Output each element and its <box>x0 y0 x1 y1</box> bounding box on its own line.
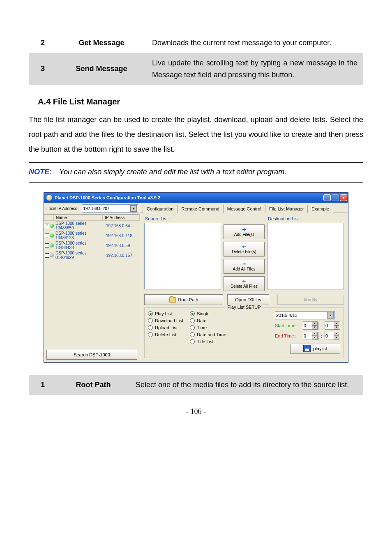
device-row[interactable]: DSP-1000 series 10485859 192.168.0.64 <box>44 221 140 231</box>
spin-value: 0 <box>304 323 306 328</box>
device-row[interactable]: DSP-1000 series 10486438 192.168.0.59 <box>44 240 140 250</box>
end-hour-spin[interactable]: 0 ▲▼ <box>303 332 318 340</box>
spin-down-icon[interactable]: ▼ <box>312 336 318 340</box>
start-hour-spin[interactable]: 0 ▲▼ <box>303 321 318 330</box>
root-path-label: Root Path <box>178 297 198 302</box>
device-name: DSP-1000 series 01404929 <box>54 251 106 260</box>
radio-uploadlist[interactable] <box>148 325 153 330</box>
radio-downloadlist[interactable] <box>148 318 153 323</box>
radio-titlelist[interactable] <box>190 339 195 344</box>
search-button[interactable]: Search DSP-1000 <box>46 350 137 360</box>
spin-down-icon[interactable]: ▼ <box>312 326 318 330</box>
spin-up-icon[interactable]: ▲ <box>334 332 339 336</box>
right-panel: Configuration Remote Command Message Con… <box>140 203 348 362</box>
radio-deletelist-label: Delete List <box>155 332 176 337</box>
device-ip: 192.168.0.118 <box>106 233 139 238</box>
spin-down-icon[interactable]: ▼ <box>334 336 339 340</box>
start-min-spin[interactable]: 0 ▲▼ <box>325 321 340 330</box>
radio-titlelist-label: Title List <box>197 339 214 344</box>
spin-down-icon[interactable]: ▼ <box>334 326 339 330</box>
add-files-button[interactable]: ➔ Add File(s) <box>224 224 265 239</box>
row2-num: 2 <box>29 33 57 53</box>
rootpath-table: 1 Root Path Select one of the media file… <box>29 375 363 395</box>
checkbox-icon[interactable] <box>45 253 49 258</box>
radio-datetime-label: Date and Time <box>197 332 226 337</box>
tab-remote-command[interactable]: Remote Command <box>177 205 223 213</box>
spin-up-icon[interactable]: ▲ <box>312 332 318 336</box>
row3-num: 3 <box>29 53 57 85</box>
arrow-left-icon: ➔ <box>242 244 246 249</box>
source-list[interactable] <box>144 223 221 289</box>
spin-up-icon[interactable]: ▲ <box>334 321 339 326</box>
radio-single[interactable] <box>190 311 195 316</box>
close-button[interactable]: × <box>340 194 347 201</box>
status-dot-icon <box>50 253 54 257</box>
radio-date-label: Date <box>197 318 206 323</box>
save-list-button[interactable]: play.lst <box>290 344 340 354</box>
checkbox-icon[interactable] <box>45 224 49 228</box>
delete-all-files-button[interactable]: ➔ Delete All Files <box>224 276 265 291</box>
modify-button[interactable]: Modify <box>277 295 344 305</box>
add-all-files-button[interactable]: ➔ Add All Files <box>224 259 265 274</box>
bottom-row1-desc: Select one of the media files to add its… <box>130 375 363 395</box>
status-dot-icon <box>50 224 54 228</box>
local-ip-dropdown[interactable]: 192.168.0.207 ▼ <box>82 204 138 213</box>
destination-list-label: Destination List : <box>268 216 344 221</box>
page-number: - 106 - <box>29 407 363 416</box>
device-ip: 192.168.0.157 <box>106 253 139 258</box>
arrow-right-icon: ➔ <box>242 227 246 232</box>
note-text: You can also simply create and edit the … <box>59 166 363 178</box>
col-ip: IP Address <box>103 215 140 221</box>
device-name: DSP-1000 series 10486128 <box>54 231 106 240</box>
date-value: 2010/ 4/13 <box>276 313 297 318</box>
end-min-spin[interactable]: 0 ▲▼ <box>325 332 340 340</box>
tab-strip: Configuration Remote Command Message Con… <box>140 203 348 213</box>
device-row[interactable]: DSP-1000 series 10486128 192.168.0.118 <box>44 231 140 240</box>
time-colon: : <box>321 333 322 338</box>
date-dropdown[interactable]: 2010/ 4/13 ▼ <box>275 311 335 319</box>
status-dot-icon <box>50 233 54 238</box>
titlebar: Planet DSP-1000 Series Configuration Too… <box>44 193 348 203</box>
radio-time-label: Time <box>197 325 207 330</box>
list-type-radios: Play List Download List Upload List Dele… <box>148 311 183 354</box>
destination-list[interactable] <box>267 223 344 289</box>
modify-label: Modify <box>304 297 317 302</box>
tab-message-control[interactable]: Message Control <box>223 205 265 213</box>
local-ip-value: 192.168.0.207 <box>83 206 109 211</box>
radio-uploadlist-label: Upload List <box>155 325 178 330</box>
search-button-label: Search DSP-1000 <box>74 352 110 357</box>
radio-datetime[interactable] <box>190 332 195 337</box>
radio-time[interactable] <box>190 325 195 330</box>
device-name: DSP-1000 series 10485859 <box>54 221 106 230</box>
time-colon: : <box>321 323 322 328</box>
spin-up-icon[interactable]: ▲ <box>312 321 318 326</box>
end-time-label: End Time : <box>275 333 300 338</box>
tab-configuration[interactable]: Configuration <box>143 205 178 213</box>
note-label: NOTE: <box>29 168 52 176</box>
spin-value: 0 <box>304 333 306 338</box>
save-file-label: play.lst <box>313 346 327 351</box>
radio-date[interactable] <box>190 318 195 323</box>
maximize-button[interactable]: □ <box>332 194 339 201</box>
radio-playlist[interactable] <box>148 311 153 316</box>
section-body: The file list manager can be used to cre… <box>29 112 363 157</box>
col-name: Name <box>54 215 103 221</box>
device-name: DSP-1000 series 10486438 <box>54 241 106 250</box>
checkbox-icon[interactable] <box>45 233 49 238</box>
floppy-icon <box>303 345 311 352</box>
open-d0files-label: Open D0files <box>235 297 261 302</box>
minimize-button[interactable]: _ <box>323 194 331 201</box>
tab-file-list-manager[interactable]: File List Manager <box>265 205 308 213</box>
radio-deletelist[interactable] <box>148 332 153 337</box>
delete-files-button[interactable]: ➔ Delete File(s) <box>224 242 265 257</box>
bottom-row1-name: Root Path <box>57 375 130 395</box>
device-row[interactable]: DSP-1000 series 01404929 192.168.0.157 <box>44 250 140 260</box>
root-path-button[interactable]: Root Path <box>144 294 223 305</box>
radio-playlist-label: Play List <box>155 311 172 316</box>
open-d0files-button[interactable]: Open D0files <box>227 294 269 305</box>
checkbox-icon[interactable] <box>45 243 49 248</box>
row2-name: Get Message <box>57 33 146 53</box>
delete-all-files-label: Delete All Files <box>231 284 258 289</box>
tab-example[interactable]: Example <box>307 205 333 213</box>
setup-legend: Play List SETUP <box>225 305 263 310</box>
